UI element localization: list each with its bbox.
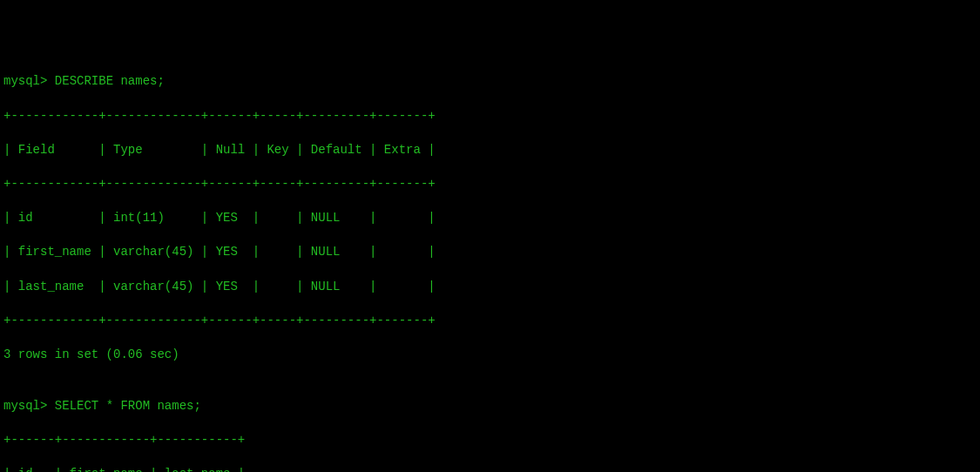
prompt-line-describe[interactable]: mysql> DESCRIBE names; — [3, 73, 977, 91]
select-border-top: +------+------------+-----------+ — [3, 432, 977, 449]
describe-row-3: | last_name | varchar(45) | YES | | NULL… — [3, 279, 977, 296]
describe-row-2: | first_name | varchar(45) | YES | | NUL… — [3, 244, 977, 261]
command-select: SELECT * FROM names; — [55, 399, 201, 413]
describe-header: | Field | Type | Null | Key | Default | … — [3, 142, 977, 159]
mysql-prompt: mysql> — [3, 74, 47, 88]
command-describe: DESCRIBE names; — [55, 74, 165, 88]
describe-border-top: +------------+-------------+------+-----… — [3, 108, 977, 125]
describe-row-1: | id | int(11) | YES | | NULL | | — [3, 210, 977, 227]
prompt-line-select[interactable]: mysql> SELECT * FROM names; — [3, 398, 977, 415]
describe-summary: 3 rows in set (0.06 sec) — [3, 347, 977, 364]
describe-border-mid: +------------+-------------+------+-----… — [3, 176, 977, 193]
describe-border-bottom: +------------+-------------+------+-----… — [3, 313, 977, 330]
mysql-prompt: mysql> — [3, 399, 47, 413]
select-header: | id | first_name | last_name | — [3, 466, 977, 472]
